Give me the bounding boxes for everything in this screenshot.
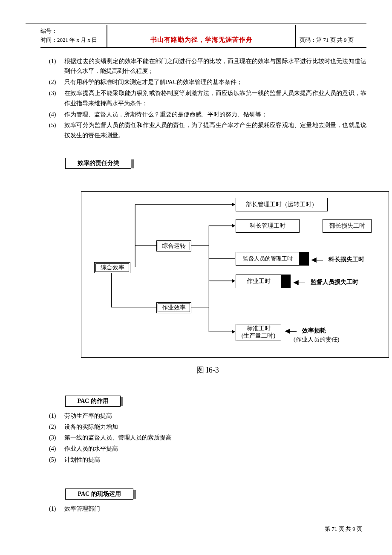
arrow-left-icon: ◀— [311,254,323,265]
list-num: (1) [49,504,64,514]
list-text: 效率管理部门 [64,504,366,514]
list-item: (1) 劳动生产率的提高 [49,411,366,421]
list-num: (2) [49,422,64,432]
list-item: (1) 根据过去的实绩测定的效率不能在部门之间进行公平的比较，而且现在的效率与国… [49,56,366,77]
list-block-2: (1) 劳动生产率的提高 (2) 设备的实际能力增加 (3) 第一线的监督人员、… [49,411,366,465]
header-motto: 书山有路勤为径，学海无涯苦作舟 [107,25,296,47]
box-standard-hours-line1: 标准工时 [247,325,271,332]
box-director-hours: 部长管理工时（运转工时） [236,198,328,211]
list-text: 计划性的提高 [64,455,366,465]
section-label-pac-field: PAC 的现场运用 [65,489,138,499]
note-worker-responsibility: (作业人员的责任) [294,335,339,344]
list-text: 第一线的监督人员、管理人员的素质提高 [64,433,366,443]
list-item: (1) 效率管理部门 [49,504,366,514]
list-item: (3) 在效率提高上不能采取能力级别或资格制度等刺激方法，而应该以靠第一线的监督… [49,88,366,109]
label-text: PAC 的作用 [65,396,121,407]
list-text: 作为管理、监督人员，所期待什么？重要的是使命感、平时的努力、钻研等； [64,110,366,120]
list-item: (5) 效率可分为监督人员的责任和作业人员的责任，为了提高生产率才产生的损耗应客… [49,120,366,141]
box-standard-hours: 标准工时 (生产量工时) [236,324,281,341]
connector-lines [81,192,389,357]
top-rule [26,23,366,24]
list-num: (1) [49,56,64,77]
time-label: 时间：2021 年 x 月 x 日 [40,36,107,45]
list-text: 在效率提高上不能采取能力级别或资格制度等刺激方法，而应该以靠第一线的监督人员来提… [64,88,366,109]
black-bar-1 [300,252,309,266]
list-num: (3) [49,88,64,109]
list-num: (4) [49,110,64,120]
arrow-left-icon: ◀— [285,326,297,336]
box-supervisor-mgmt-hours: 监督人员的管理工时 [236,252,300,266]
list-text: 设备的实际能力增加 [64,422,366,432]
list-text: 作业人员的水平提高 [64,444,366,454]
box-comprehensive-operation: 综合运转 [156,240,191,251]
list-num: (5) [49,455,64,465]
label-text: 效率的责任分类 [65,158,131,169]
box-director-loss-hours: 部长损失工时 [323,219,372,233]
box-work-hours: 作业工时 [236,275,281,288]
label-text: PAC 的现场运用 [65,489,133,500]
box-comprehensive-efficiency: 综合效率 [94,262,130,273]
list-item: (4) 作业人员的水平提高 [49,444,366,454]
arrow-left-icon: ◀— [294,277,305,287]
main-content: (1) 根据过去的实绩测定的效率不能在部门之间进行公平的比较，而且现在的效率与国… [26,48,366,514]
list-num: (5) [49,120,64,141]
list-item: (4) 作为管理、监督人员，所期待什么？重要的是使命感、平时的努力、钻研等； [49,110,366,120]
note-supervisor-loss: 监督人员损失工时 [311,278,358,287]
list-text: 效率可分为监督人员的责任和作业人员的责任，为了提高生产率才产生的损耗应客观地、定… [64,120,366,141]
box-standard-hours-line2: (生产量工时) [242,332,275,340]
note-section-chief-loss: 科长损失工时 [329,255,364,264]
list-block-3: (1) 效率管理部门 [49,504,366,514]
note-efficiency-loss: 效率损耗 [302,326,326,335]
list-text: 根据过去的实绩测定的效率不能在部门之间进行公平的比较，而且现在的效率与国际水平进… [64,56,366,77]
list-text: 只有用科学的标准时间来测定才是了解PAC的效率管理的基本条件； [64,77,366,87]
header-left: 编号： 时间：2021 年 x 月 x 日 [40,25,107,47]
section-label-pac-role: PAC 的作用 [65,396,125,406]
list-item: (5) 计划性的提高 [49,455,366,465]
page-header: 编号： 时间：2021 年 x 月 x 日 书山有路勤为径，学海无涯苦作舟 页码… [40,25,366,48]
list-item: (2) 设备的实际能力增加 [49,422,366,432]
page-footer: 第 71 页 共 9 页 [26,525,366,534]
list-item: (2) 只有用科学的标准时间来测定才是了解PAC的效率管理的基本条件； [49,77,366,87]
list-item: (3) 第一线的监督人员、管理人员的素质提高 [49,433,366,443]
list-num: (4) [49,444,64,454]
diagram-frame: 综合效率 综合运转 作业效率 部长管理工时（运转工时） 科长管理工时 部长损失工… [81,191,389,358]
list-block-1: (1) 根据过去的实绩测定的效率不能在部门之间进行公平的比较，而且现在的效率与国… [49,56,366,141]
header-page: 页码：第 71 页 共 9 页 [296,25,366,47]
list-num: (1) [49,411,64,421]
box-work-efficiency: 作业效率 [156,302,191,313]
black-bar-2 [281,275,291,288]
list-num: (3) [49,433,64,443]
bianhao-label: 编号： [40,27,107,36]
list-num: (2) [49,77,64,87]
figure-caption: 图 I6-3 [49,364,366,376]
section-label-efficiency: 效率的责任分类 [65,158,135,168]
box-section-chief-hours: 科长管理工时 [236,219,300,233]
list-text: 劳动生产率的提高 [64,411,366,421]
